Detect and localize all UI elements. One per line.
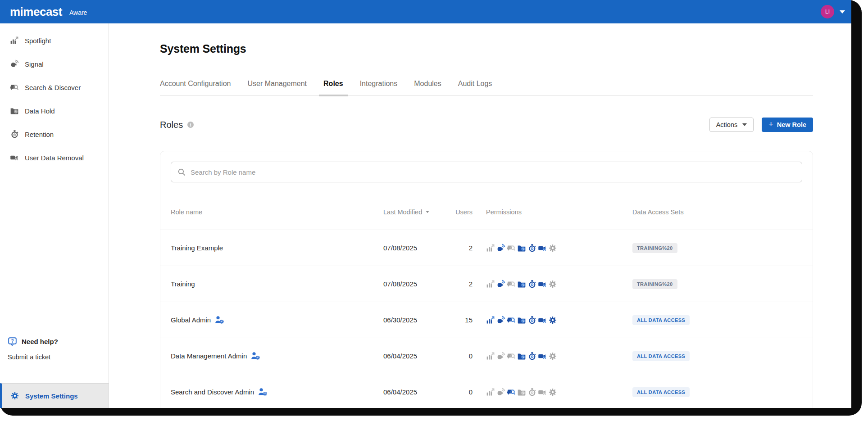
data_hold-permission-icon [517,352,526,361]
signal-permission-icon [496,244,505,253]
table-row[interactable]: Global Admin06/30/202515ALL DATA ACCESS [160,302,813,338]
tab-integrations[interactable]: Integrations [360,80,398,95]
data-access-sets-cell: TRAINING%20 [632,243,802,253]
settings-permission-icon [548,352,557,361]
submit-ticket-link[interactable]: Submit a ticket [0,353,109,361]
sidebar-item-system-settings[interactable]: System Settings [0,383,109,408]
table-header-row: Role name Last Modified Users Permission… [160,194,813,230]
search-icon [177,168,186,177]
retention-permission-icon [527,388,536,397]
user_data_removal-permission-icon [538,388,547,397]
retention-permission-icon [527,352,536,361]
data_hold-icon [10,106,19,115]
column-header-data-access-sets[interactable]: Data Access Sets [632,208,802,216]
role-search-box [171,162,802,182]
last-modified: 06/04/2025 [383,388,454,396]
tab-account-configuration[interactable]: Account Configuration [160,80,231,95]
signal-permission-icon [496,280,505,289]
user_data_removal-permission-icon [538,244,547,253]
need-help-label: Need help? [22,338,58,345]
retention-permission-icon [527,316,536,325]
role-search-input[interactable] [191,168,795,176]
retention-icon [10,130,19,139]
spotlight-permission-icon [486,244,495,253]
actions-button[interactable]: Actions [709,118,754,132]
table-row[interactable]: Search and Discover Admin06/04/20250ALL … [160,374,813,408]
settings-permission-icon [548,280,557,289]
admin-user-gear-icon [215,315,224,325]
product-name: Aware [69,9,87,16]
avatar[interactable]: LI [821,5,834,18]
permissions-icons [481,244,632,253]
role-name: Data Management Admin [171,352,247,360]
signal-permission-icon [496,352,505,361]
signal-permission-icon [496,388,505,397]
search_discover-icon [10,83,19,92]
retention-permission-icon [527,280,536,289]
sort-desc-icon [426,211,429,213]
sidebar-item-data_hold[interactable]: Data Hold [0,99,109,122]
last-modified: 06/30/2025 [383,316,454,324]
signal-permission-icon [496,316,505,325]
data-access-sets-cell: ALL DATA ACCESS [632,351,802,361]
screenshot-stage: mimecast Aware LI SpotlightSignalSearch … [0,0,868,421]
role-name: Training Example [171,244,223,252]
sidebar-item-label: User Data Removal [25,154,84,162]
user_data_removal-icon [10,153,19,162]
data-access-sets-cell: ALL DATA ACCESS [632,315,802,325]
users-count: 0 [454,352,481,360]
sidebar-item-user_data_removal[interactable]: User Data Removal [0,146,109,169]
table-row[interactable]: Data Management Admin06/04/20250ALL DATA… [160,338,813,374]
users-count: 2 [454,280,481,288]
search_discover-permission-icon [507,280,516,289]
svg-text:?: ? [11,339,14,344]
sidebar-item-signal[interactable]: Signal [0,52,109,76]
sidebar-item-spotlight[interactable]: Spotlight [0,29,109,52]
role-name: Training [171,280,195,288]
user_data_removal-permission-icon [538,280,547,289]
permissions-icons [481,352,632,361]
roles-table-card: Role name Last Modified Users Permission… [160,151,813,408]
chevron-down-icon[interactable] [840,10,845,14]
table-row[interactable]: Training Example07/08/20252TRAINING%20 [160,230,813,266]
sidebar-item-label: Search & Discover [25,84,81,91]
permissions-icons [481,388,632,397]
chevron-down-icon [742,123,747,126]
sidebar-item-retention[interactable]: Retention [0,122,109,146]
column-header-role-name[interactable]: Role name [171,208,383,216]
permissions-icons [481,316,632,325]
tab-modules[interactable]: Modules [414,80,441,95]
search_discover-permission-icon [507,244,516,253]
column-header-users[interactable]: Users [454,208,481,216]
mimecast-logo: mimecast [10,5,62,19]
column-header-permissions[interactable]: Permissions [481,208,632,216]
need-help-link[interactable]: ? Need help? [0,337,109,346]
tab-user-management[interactable]: User Management [247,80,307,95]
settings-permission-icon [548,244,557,253]
new-role-button[interactable]: + New Role [762,118,813,132]
plus-icon: + [768,120,773,129]
table-row[interactable]: Training07/08/20252TRAINING%20 [160,266,813,302]
sidebar-item-label: Spotlight [25,37,51,45]
users-count: 0 [454,388,481,396]
last-modified: 07/08/2025 [383,244,454,252]
user_data_removal-permission-icon [538,316,547,325]
last-modified: 07/08/2025 [383,280,454,288]
column-header-last-modified[interactable]: Last Modified [383,208,454,216]
tab-audit-logs[interactable]: Audit Logs [458,80,492,95]
roles-section-header: Roles i Actions + New Role [160,118,813,132]
info-icon[interactable]: i [187,122,194,128]
spotlight-icon [10,36,19,45]
sidebar-item-search_discover[interactable]: Search & Discover [0,76,109,99]
data-access-sets-cell: ALL DATA ACCESS [632,387,802,397]
app-window: mimecast Aware LI SpotlightSignalSearch … [0,0,851,408]
sidebar-item-label: Retention [25,131,54,138]
search_discover-permission-icon [507,388,516,397]
data-access-set-badge: ALL DATA ACCESS [632,351,690,361]
data-access-sets-cell: TRAINING%20 [632,279,802,289]
tab-roles[interactable]: Roles [323,80,343,95]
table-body: Training Example07/08/20252TRAINING%20Tr… [160,230,813,408]
user_data_removal-permission-icon [538,352,547,361]
admin-user-gear-icon [258,387,268,397]
role-name: Search and Discover Admin [171,388,254,396]
